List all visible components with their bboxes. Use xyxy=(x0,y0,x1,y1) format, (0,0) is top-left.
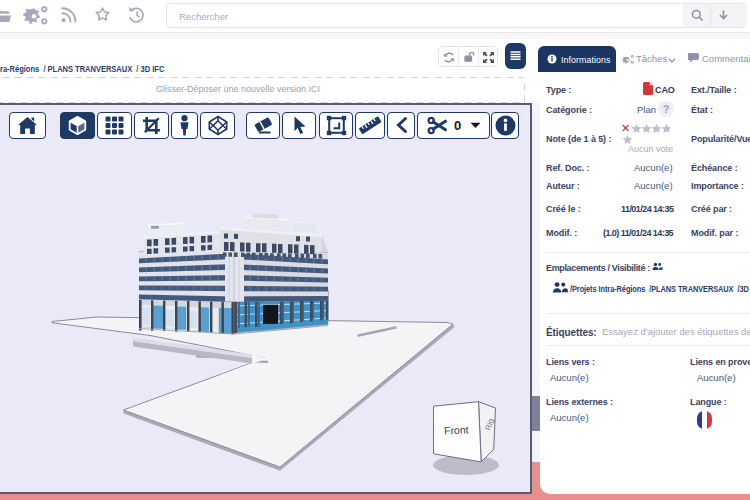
svg-text:Front: Front xyxy=(444,423,469,436)
